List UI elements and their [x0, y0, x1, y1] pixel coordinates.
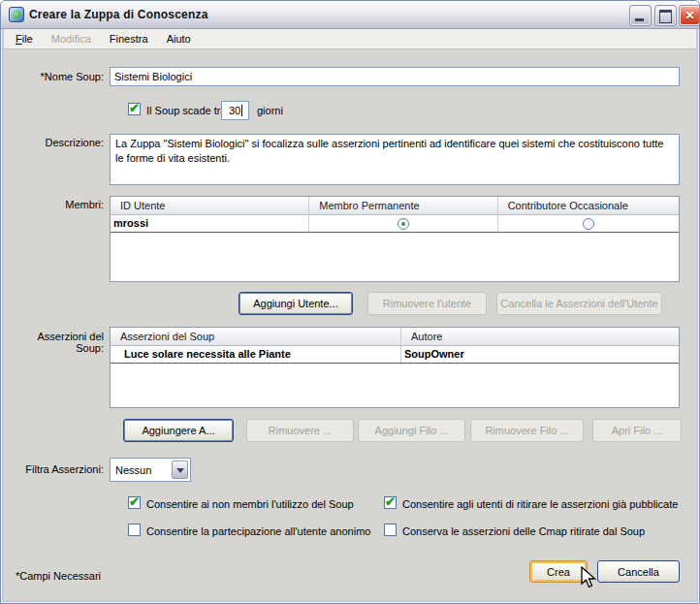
allow-non-members-checkbox[interactable] [128, 496, 141, 509]
column-header-id-utente[interactable]: ID Utente [111, 197, 309, 214]
close-button[interactable] [680, 6, 700, 25]
member-row[interactable]: mrossi [111, 215, 679, 233]
asserzioni-table: Asserzioni del Soup Autore Luce solare n… [110, 327, 680, 408]
allow-retract-assertions-checkbox[interactable] [384, 496, 397, 509]
text-caret [241, 105, 242, 116]
apri-filo-button: Apri Filo ... [592, 419, 682, 442]
filtra-asserzioni-select[interactable]: Nessun [110, 458, 191, 482]
column-header-autore[interactable]: Autore [401, 328, 679, 345]
asserzioni-label: Asserzioni del Soup: [11, 331, 104, 354]
column-header-membro-permanente[interactable]: Membro Permanente [309, 197, 497, 214]
membri-label: Membri: [11, 199, 104, 210]
allow-anonymous-label: Consentire la partecipazione all'utente … [146, 525, 370, 537]
filtra-asserzioni-label: Filtra Asserzioni: [11, 463, 104, 475]
menu-item-file[interactable]: File [8, 29, 41, 45]
allow-anonymous-checkbox[interactable] [128, 524, 141, 536]
descrizione-label: Descrizione: [11, 137, 104, 148]
mouse-cursor-icon [580, 566, 601, 589]
membri-table: ID Utente Membro Permanente Contributore… [110, 196, 680, 282]
window-title: Creare la Zuppa di Conoscenza [29, 8, 208, 21]
column-header-asserzioni[interactable]: Asserzioni del Soup [111, 328, 401, 345]
dialog-window: Creare la Zuppa di Conoscenza File Modif… [0, 0, 700, 604]
nome-soup-input[interactable]: Sistemi Biologici [110, 67, 680, 86]
allow-retract-assertions-label: Consentire agli utenti di ritirare le as… [402, 498, 678, 510]
aggiungi-filo-button: Aggiungi Filo ... [358, 419, 465, 442]
menu-item-modifica: Modifica [44, 29, 99, 45]
menu-item-aiuto[interactable]: Aiuto [159, 29, 199, 45]
cancella-button[interactable]: Cancella [597, 560, 680, 583]
descrizione-textarea[interactable]: La Zuppa "Sistemi Biologici" si focalizz… [110, 134, 680, 185]
rimuovere-button: Rimuovere ... [246, 419, 354, 442]
cmap-app-icon [9, 7, 24, 22]
minimize-button[interactable] [630, 6, 651, 25]
occasional-contributor-radio[interactable] [583, 218, 594, 230]
cancella-asserzioni-utente-button: Cancella le Asserzioni dell'Utente [496, 292, 662, 315]
membri-table-header: ID Utente Membro Permanente Contributore… [111, 197, 679, 215]
member-occasional-cell [498, 215, 679, 232]
allow-non-members-label: Consentire ai non membri l'utilizzo del … [146, 498, 354, 510]
permanent-member-radio[interactable] [398, 218, 409, 230]
expire-days-suffix: giorni [257, 105, 283, 116]
title-bar[interactable]: Creare la Zuppa di Conoscenza [1, 1, 699, 29]
crea-button[interactable]: Crea [529, 560, 588, 583]
chevron-down-icon[interactable] [172, 461, 188, 479]
assertion-text-cell[interactable]: Luce solare necessita alle Piante [111, 346, 401, 363]
nome-soup-label: *Nome Soup: [11, 71, 104, 82]
keep-retracted-cmap-assertions-label: Conserva le asserzioni delle Cmap ritira… [402, 525, 645, 537]
menu-bar: File Modifica Finestra Aiuto [4, 29, 696, 49]
maximize-button[interactable] [655, 6, 676, 25]
member-permanent-cell [309, 215, 497, 232]
member-id-cell[interactable]: mrossi [111, 215, 309, 232]
asserzioni-table-header: Asserzioni del Soup Autore [111, 328, 679, 346]
column-header-contributore-occasionale[interactable]: Contributore Occasionale [498, 197, 679, 214]
expire-days-input[interactable]: 30 [221, 101, 249, 120]
menu-item-finestra[interactable]: Finestra [102, 29, 156, 45]
soup-expire-checkbox[interactable] [128, 103, 141, 115]
assertion-row[interactable]: Luce solare necessita alle Piante SoupOw… [111, 346, 679, 364]
required-fields-note: *Campi Necessari [16, 570, 101, 582]
assertion-author-cell[interactable]: SoupOwner [401, 346, 679, 363]
aggiungere-a-button[interactable]: Aggiungere A... [123, 419, 234, 442]
soup-expire-label: Il Soup scade tra [146, 105, 227, 116]
keep-retracted-cmap-assertions-checkbox[interactable] [384, 524, 397, 536]
filtra-asserzioni-value: Nessun [115, 464, 151, 476]
rimuovere-utente-button: Rimuovere l'utente [367, 292, 487, 315]
rimuovere-filo-button: Rimuovere Filo ... [470, 419, 584, 442]
aggiungi-utente-button[interactable]: Aggiungi Utente... [239, 292, 353, 315]
